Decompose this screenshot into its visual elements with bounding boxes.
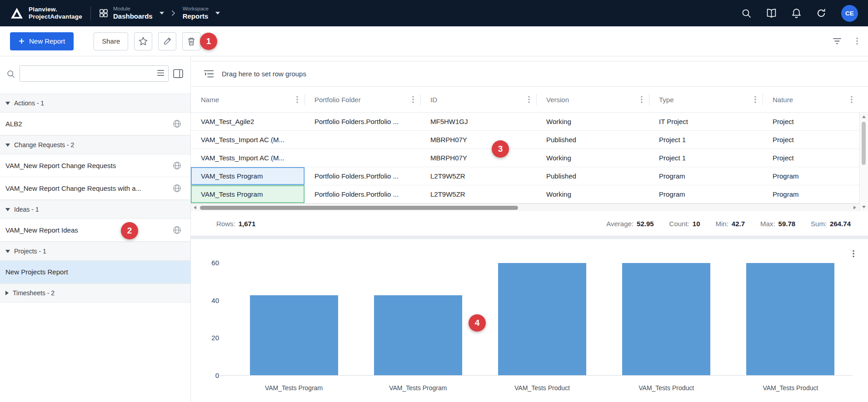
- table-cell[interactable]: IT Project: [649, 113, 763, 130]
- chart-menu-icon[interactable]: [853, 250, 854, 258]
- status-stat: Min:42.7: [715, 220, 745, 228]
- tree-group-header[interactable]: Ideas - 1: [0, 200, 190, 219]
- table-cell[interactable]: Portfolio Folders.Portfolio ...: [304, 113, 420, 130]
- column-menu-icon[interactable]: [641, 96, 643, 103]
- horizontal-scrollbar[interactable]: [191, 203, 859, 211]
- chart-bar[interactable]: [250, 295, 338, 375]
- avatar[interactable]: CE: [841, 5, 858, 22]
- notifications-bell-icon[interactable]: [792, 8, 801, 19]
- column-header-id[interactable]: ID: [420, 87, 536, 112]
- column-label: Nature: [773, 96, 793, 104]
- tree-group-header[interactable]: Change Requests - 2: [0, 135, 190, 154]
- table-cell[interactable]: Working: [536, 113, 649, 130]
- table-row[interactable]: VAM_Tests ProgramPortfolio Folders.Portf…: [191, 185, 868, 203]
- module-selector[interactable]: Module Dashboards: [99, 5, 164, 20]
- table-row[interactable]: VAM_Tests_Import AC (M...MBRPH07YPublish…: [191, 131, 868, 149]
- table-cell[interactable]: MBRPH07Y: [420, 149, 536, 167]
- scroll-left-arrow[interactable]: [194, 206, 196, 209]
- tree-group-header[interactable]: Timesheets - 2: [0, 283, 190, 303]
- table-cell[interactable]: [304, 131, 420, 149]
- column-menu-icon[interactable]: [412, 96, 414, 103]
- tree-group-header[interactable]: Projects - 1: [0, 242, 190, 261]
- table-cell[interactable]: MF5HW1GJ: [420, 113, 536, 130]
- table-row[interactable]: VAM_Tests_Import AC (M...MBRPH07YWorking…: [191, 149, 868, 167]
- table-cell[interactable]: Published: [536, 167, 649, 185]
- tree-group-label: Ideas - 1: [14, 206, 39, 213]
- table-cell[interactable]: Portfolio Folders.Portfolio ...: [304, 167, 420, 185]
- collapse-panel-icon[interactable]: [173, 69, 183, 78]
- table-cell[interactable]: Program: [763, 185, 859, 203]
- column-header-name[interactable]: Name: [191, 87, 304, 112]
- table-cell[interactable]: Program: [649, 167, 763, 185]
- table-cell[interactable]: VAM_Test_Agile2: [191, 113, 304, 130]
- table-cell[interactable]: Portfolio Folders.Portfolio ...: [304, 185, 420, 203]
- report-search-input[interactable]: [20, 65, 169, 82]
- delete-button[interactable]: [182, 32, 200, 50]
- table-cell[interactable]: L2T9W5ZR: [420, 185, 536, 203]
- grid-body: VAM_Test_Agile2Portfolio Folders.Portfol…: [191, 113, 868, 203]
- favorite-button[interactable]: [134, 32, 152, 50]
- table-cell[interactable]: Working: [536, 149, 649, 167]
- table-cell[interactable]: Published: [536, 131, 649, 149]
- report-item-label: VAM_New Report Change Requests: [5, 162, 169, 169]
- chart-bar[interactable]: [622, 263, 710, 375]
- share-button[interactable]: Share: [94, 32, 128, 50]
- column-header-nature[interactable]: Nature: [763, 87, 859, 112]
- collapse-triangle-icon: [5, 208, 10, 211]
- table-cell[interactable]: Project: [763, 149, 859, 167]
- report-item-label: VAM_New Report Ideas: [5, 226, 169, 234]
- search-options-menu-icon[interactable]: [157, 70, 165, 76]
- edit-button[interactable]: [158, 32, 176, 50]
- chart-bar[interactable]: [498, 263, 586, 375]
- table-cell[interactable]: Program: [649, 185, 763, 203]
- column-menu-icon[interactable]: [851, 96, 853, 103]
- column-header-type[interactable]: Type: [649, 87, 763, 112]
- table-cell[interactable]: VAM_Tests Program: [191, 167, 304, 185]
- vertical-scroll-thumb[interactable]: [862, 122, 866, 165]
- toolbar-menu-icon[interactable]: [856, 37, 858, 45]
- workspace-selector[interactable]: Workspace Reports: [183, 5, 220, 20]
- column-menu-icon[interactable]: [754, 96, 756, 103]
- scroll-down-arrow[interactable]: [862, 206, 866, 208]
- table-cell[interactable]: L2T9W5ZR: [420, 167, 536, 185]
- report-list-item[interactable]: VAM_New Report Ideas: [0, 219, 190, 242]
- column-menu-icon[interactable]: [296, 96, 298, 103]
- report-list-item[interactable]: ALB2: [0, 113, 190, 135]
- table-cell[interactable]: [304, 149, 420, 167]
- report-list-item[interactable]: VAM_New Report Change Requests with a...: [0, 177, 190, 200]
- table-cell[interactable]: Working: [536, 185, 649, 203]
- row-group-dropzone[interactable]: Drag here to set row groups: [191, 61, 868, 87]
- table-cell[interactable]: Project 1: [649, 149, 763, 167]
- table-cell[interactable]: VAM_Tests_Import AC (M...: [191, 131, 304, 149]
- table-row[interactable]: VAM_Test_Agile2Portfolio Folders.Portfol…: [191, 113, 868, 131]
- filter-icon[interactable]: [833, 38, 842, 45]
- tree-group-header[interactable]: Actions - 1: [0, 94, 190, 113]
- chart-bar[interactable]: [374, 295, 462, 375]
- table-cell[interactable]: MBRPH07Y: [420, 131, 536, 149]
- grid-viewport: VAM_Test_Agile2Portfolio Folders.Portfol…: [191, 113, 868, 211]
- table-cell[interactable]: Project: [763, 131, 859, 149]
- new-report-button[interactable]: New Report: [10, 32, 74, 50]
- help-book-icon[interactable]: [766, 9, 777, 18]
- column-header-portfolio-folder[interactable]: Portfolio Folder: [304, 87, 420, 112]
- chart-bar[interactable]: [746, 263, 834, 375]
- annotation-badge-1: 1: [200, 33, 217, 50]
- scroll-up-arrow[interactable]: [862, 115, 866, 118]
- column-header-version[interactable]: Version: [536, 87, 649, 112]
- search-icon[interactable]: [741, 8, 751, 18]
- column-menu-icon[interactable]: [528, 96, 530, 103]
- table-cell[interactable]: Project 1: [649, 131, 763, 149]
- vertical-scrollbar[interactable]: [859, 113, 868, 211]
- planview-logo[interactable]: Planview. ProjectAdvantage: [10, 6, 82, 20]
- table-cell[interactable]: Program: [763, 167, 859, 185]
- table-row[interactable]: VAM_Tests ProgramPortfolio Folders.Portf…: [191, 167, 868, 185]
- report-list-item[interactable]: New Projects Report: [0, 261, 190, 283]
- x-axis-category-label: VAM_Tests Product: [595, 384, 738, 392]
- table-cell[interactable]: VAM_Tests Program: [191, 185, 304, 203]
- horizontal-scroll-thumb[interactable]: [200, 206, 518, 210]
- refresh-icon[interactable]: [816, 8, 826, 18]
- table-cell[interactable]: VAM_Tests_Import AC (M...: [191, 149, 304, 167]
- scroll-right-arrow[interactable]: [853, 206, 856, 209]
- report-list-item[interactable]: VAM_New Report Change Requests: [0, 154, 190, 177]
- table-cell[interactable]: Project: [763, 113, 859, 130]
